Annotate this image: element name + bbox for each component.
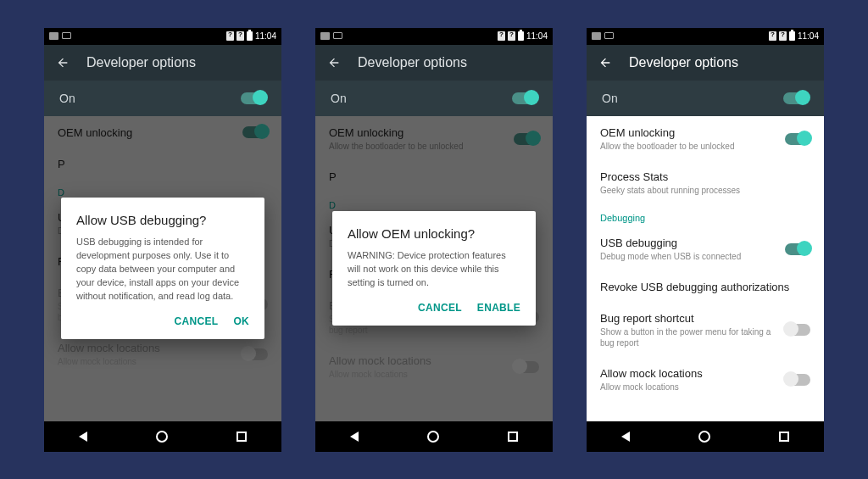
dialog-body: WARNING: Device protection features will… [348, 249, 520, 290]
master-toggle[interactable] [783, 92, 809, 104]
item-sub: Allow the bootloader to be unlocked [600, 141, 778, 152]
nav-home-icon[interactable] [698, 431, 710, 443]
item-title: OEM unlocking [600, 126, 778, 139]
status-time: 11:04 [255, 31, 276, 41]
nav-bar [44, 421, 281, 452]
back-icon[interactable] [598, 56, 612, 70]
app-header: Developer options [587, 45, 824, 81]
nav-back-icon[interactable] [79, 432, 87, 442]
master-toggle-row[interactable]: On [44, 81, 281, 116]
item-sub: Show a button in the power menu for taki… [600, 326, 778, 348]
header-title: Developer options [358, 55, 467, 70]
battery-icon [247, 31, 253, 41]
item-sub: Geeky stats about running processes [600, 185, 810, 196]
bug-report-shortcut-item[interactable]: Bug report shortcut Show a button in the… [587, 302, 824, 357]
sd-icon [498, 31, 505, 41]
mock-toggle[interactable] [785, 374, 810, 386]
oem-unlocking-item[interactable]: OEM unlocking Allow the bootloader to be… [587, 116, 824, 160]
status-time: 11:04 [798, 31, 819, 41]
cast-icon [62, 32, 71, 39]
screenshot-icon [320, 32, 330, 40]
nav-back-icon[interactable] [621, 432, 630, 442]
on-label: On [59, 92, 75, 105]
master-toggle-row[interactable]: On [315, 81, 553, 116]
nav-home-icon[interactable] [427, 431, 439, 443]
battery-icon [518, 31, 524, 41]
cast-icon [604, 32, 614, 39]
item-sub: Allow mock locations [600, 382, 778, 393]
phone-screen-3: 11:04 Developer options On OEM unlocking… [587, 28, 824, 452]
oem-unlocking-dialog: Allow OEM unlocking? WARNING: Device pro… [332, 211, 536, 326]
usb-debugging-dialog: Allow USB debugging? USB debugging is in… [61, 198, 264, 339]
cast-icon [333, 32, 342, 39]
phone-screen-2: 11:04 Developer options On OEM unlocking… [315, 28, 553, 452]
item-title: Revoke USB debugging authorizations [600, 281, 810, 293]
sd-icon [226, 31, 234, 41]
app-header: Developer options [315, 45, 553, 81]
status-time: 11:04 [526, 31, 548, 41]
item-title: Bug report shortcut [600, 312, 778, 325]
enable-button[interactable]: ENABLE [477, 302, 520, 314]
dialog-title: Allow OEM unlocking? [348, 226, 520, 241]
dialog-title: Allow USB debugging? [76, 213, 249, 227]
nav-bar [315, 421, 553, 452]
status-bar: 11:04 [587, 28, 824, 45]
revoke-item[interactable]: Revoke USB debugging authorizations [587, 270, 824, 302]
nav-home-icon[interactable] [156, 431, 168, 443]
master-toggle[interactable] [512, 92, 537, 104]
header-title: Developer options [629, 55, 738, 70]
nav-back-icon[interactable] [350, 432, 359, 442]
bug-report-toggle[interactable] [785, 324, 810, 336]
status-bar: 11:04 [44, 28, 281, 45]
cancel-button[interactable]: CANCEL [175, 315, 219, 327]
dialog-overlay: Allow OEM unlocking? WARNING: Device pro… [315, 116, 553, 421]
ok-button[interactable]: OK [233, 315, 249, 327]
screenshot-icon [592, 32, 601, 40]
sd-icon [236, 31, 244, 41]
sd-icon [769, 31, 776, 41]
sd-icon [779, 31, 787, 41]
settings-list: OEM unlocking Allow the bootloader to be… [587, 116, 824, 421]
item-title: Process Stats [600, 170, 810, 183]
debug-section-label: Debugging [587, 204, 824, 226]
nav-recent-icon[interactable] [508, 432, 518, 442]
battery-icon [789, 31, 795, 41]
process-stats-item[interactable]: Process Stats Geeky stats about running … [587, 160, 824, 204]
on-label: On [331, 92, 347, 105]
dialog-overlay: Allow USB debugging? USB debugging is in… [44, 116, 281, 421]
mock-locations-item[interactable]: Allow mock locations Allow mock location… [587, 357, 824, 401]
phone-screen-1: 11:04 Developer options On OEM unlocking… [44, 28, 281, 452]
oem-toggle[interactable] [785, 133, 810, 145]
usb-debugging-item[interactable]: USB debugging Debug mode when USB is con… [587, 226, 824, 270]
master-toggle-row[interactable]: On [587, 81, 824, 116]
master-toggle[interactable] [241, 92, 266, 104]
nav-bar [587, 421, 824, 452]
nav-recent-icon[interactable] [779, 432, 789, 442]
sd-icon [508, 31, 515, 41]
settings-list: OEM unlocking Allow the bootloader to be… [315, 116, 553, 421]
back-icon[interactable] [56, 56, 70, 70]
screenshot-icon [49, 32, 58, 40]
item-title: Allow mock locations [600, 367, 778, 380]
nav-recent-icon[interactable] [236, 432, 247, 442]
settings-list: OEM unlocking P D UD R Bug report shortc… [44, 116, 281, 421]
cancel-button[interactable]: CANCEL [418, 302, 462, 314]
dialog-body: USB debugging is intended for developmen… [76, 236, 249, 304]
header-title: Developer options [86, 55, 196, 70]
usb-debug-toggle[interactable] [785, 243, 810, 255]
status-bar: 11:04 [315, 28, 553, 45]
on-label: On [602, 92, 618, 105]
back-icon[interactable] [327, 56, 341, 70]
app-header: Developer options [44, 45, 281, 81]
item-sub: Debug mode when USB is connected [600, 251, 778, 262]
item-title: USB debugging [600, 237, 778, 249]
